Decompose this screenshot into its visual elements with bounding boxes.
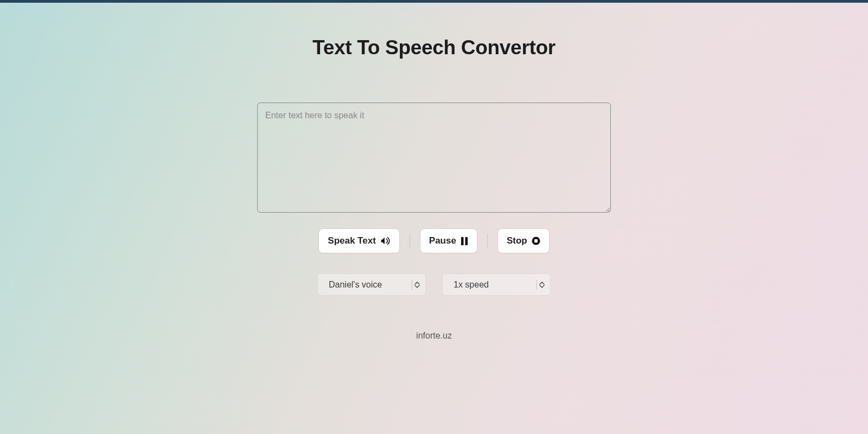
separator: [410, 234, 410, 248]
speak-button[interactable]: Speak Text: [319, 229, 399, 253]
options-row: Daniel's voice 1x speed: [317, 273, 551, 296]
select-stepper-icon: [412, 280, 420, 290]
separator: [487, 234, 488, 248]
select-stepper-icon: [537, 280, 545, 290]
speed-select[interactable]: 1x speed: [442, 273, 551, 296]
pause-icon: [461, 237, 468, 245]
pause-button-label: Pause: [429, 235, 456, 246]
svg-rect-0: [461, 237, 464, 245]
speak-button-label: Speak Text: [328, 235, 376, 246]
main-container: Text To Speech Convertor Speak Text Paus…: [0, 3, 868, 341]
speed-select-value: 1x speed: [454, 280, 489, 290]
stop-button[interactable]: Stop: [498, 229, 549, 253]
voice-select[interactable]: Daniel's voice: [317, 273, 426, 296]
volume-icon: [380, 237, 391, 245]
svg-rect-3: [534, 239, 538, 242]
controls-row: Speak Text Pause Stop: [319, 229, 548, 253]
voice-select-value: Daniel's voice: [329, 280, 382, 290]
stop-icon: [532, 237, 540, 245]
svg-rect-1: [465, 237, 468, 245]
pause-button[interactable]: Pause: [420, 229, 477, 253]
footer-text: inforte.uz: [416, 331, 452, 341]
text-input[interactable]: [257, 103, 611, 213]
stop-button-label: Stop: [507, 235, 527, 246]
page-title: Text To Speech Convertor: [312, 36, 556, 59]
